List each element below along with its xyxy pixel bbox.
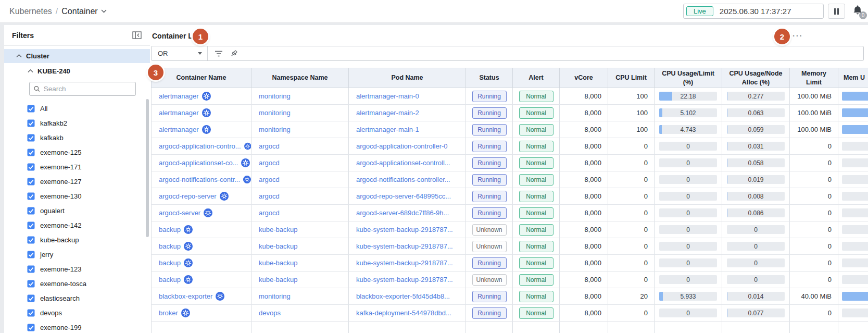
col-pod-name[interactable]: Pod Name xyxy=(349,68,466,88)
cell-container-name[interactable]: argocd-application-contro... xyxy=(159,142,241,150)
cell-namespace[interactable]: monitoring xyxy=(259,92,291,100)
cell-namespace[interactable]: monitoring xyxy=(259,126,291,133)
cell-pod[interactable]: argocd-repo-server-648995cc... xyxy=(356,192,451,200)
cell-container-name[interactable]: backup xyxy=(159,242,181,250)
cell-pod[interactable]: kube-system-backup-2918787... xyxy=(356,242,453,250)
cell-pod[interactable]: alertmanager-main-1 xyxy=(356,126,419,133)
cluster-checkbox-item[interactable]: kube-backup xyxy=(4,232,150,247)
cell-namespace[interactable]: monitoring xyxy=(259,292,291,300)
cell-container-name[interactable]: backup xyxy=(159,259,181,267)
cell-container-name[interactable]: argocd-notifications-contr... xyxy=(159,176,240,183)
table-row[interactable]: broker devops kafka-deployment-544978dbd… xyxy=(152,305,868,322)
cell-namespace[interactable]: kube-backup xyxy=(259,226,297,233)
cell-pod[interactable]: kube-system-backup-2918787... xyxy=(356,276,453,283)
cluster-checkbox-item[interactable]: exemone-127 xyxy=(4,174,150,189)
cluster-checkbox-item[interactable]: devops xyxy=(4,305,150,320)
col-status[interactable]: Status xyxy=(466,68,513,88)
cluster-checkbox-item[interactable]: jerry xyxy=(4,247,150,262)
sidebar-scrollbar[interactable] xyxy=(146,99,149,237)
table-row[interactable]: alertmanager monitoring alertmanager-mai… xyxy=(152,121,868,138)
col-cpu-usage-node-alloc[interactable]: CPU Usage/Node Alloc (%) xyxy=(722,68,790,88)
cell-namespace[interactable]: argocd xyxy=(259,176,280,183)
table-row[interactable]: backup kube-backup kube-system-backup-29… xyxy=(152,221,868,238)
cell-container-name[interactable]: argocd-server xyxy=(159,209,200,217)
table-row[interactable]: backup kube-backup kube-system-backup-29… xyxy=(152,238,868,255)
cell-namespace[interactable]: monitoring xyxy=(259,109,291,117)
cluster-checkbox-item[interactable]: kafkakb2 xyxy=(4,116,150,130)
cell-namespace[interactable]: kube-backup xyxy=(259,242,297,250)
cluster-checkbox-item[interactable]: exemone-tosca xyxy=(4,276,150,291)
more-menu-button[interactable]: ⋯ xyxy=(792,30,803,41)
table-row[interactable]: blackbox-exporter monitoring blackbox-ex… xyxy=(152,288,868,305)
cell-container-name[interactable]: backup xyxy=(159,276,181,283)
cell-container-name[interactable]: backup xyxy=(159,226,181,233)
cell-container-name[interactable]: alertmanager xyxy=(159,109,199,117)
notifications-button[interactable]: 0 xyxy=(852,5,863,18)
cell-container-name[interactable]: alertmanager xyxy=(159,92,199,100)
table-row[interactable]: backup kube-backup kube-system-backup-29… xyxy=(152,272,868,288)
pin-icon[interactable] xyxy=(230,50,238,58)
pause-button[interactable] xyxy=(828,4,845,19)
cell-pod[interactable]: argocd-applicationset-controll... xyxy=(356,159,450,167)
col-mem-usage[interactable]: Mem U xyxy=(838,68,868,88)
cell-namespace[interactable]: kube-backup xyxy=(259,259,297,267)
cell-namespace[interactable]: devops xyxy=(259,309,281,317)
cluster-checkbox-item[interactable]: ogualert xyxy=(4,203,150,218)
cell-namespace[interactable]: kube-backup xyxy=(259,276,297,283)
search-input[interactable] xyxy=(44,85,131,93)
cluster-checkbox-item[interactable]: exemone-125 xyxy=(4,145,150,159)
col-cpu-limit[interactable]: CPU Limit xyxy=(608,68,655,88)
collapse-panel-icon[interactable] xyxy=(132,31,142,39)
breadcrumb-current-dropdown[interactable]: Container xyxy=(61,7,106,16)
table-row[interactable]: backup kube-backup kube-system-backup-29… xyxy=(152,255,868,272)
col-namespace-name[interactable]: Namespace Name xyxy=(251,68,349,88)
table-row[interactable]: alertmanager monitoring alertmanager-mai… xyxy=(152,105,868,121)
cell-container-name[interactable]: broker xyxy=(159,309,178,317)
col-vcore[interactable]: vCore xyxy=(560,68,608,88)
cell-pod[interactable]: argocd-notifications-controller... xyxy=(356,176,450,183)
cell-container-name[interactable]: blackbox-exporter xyxy=(159,292,212,300)
checkbox-label: exemone-125 xyxy=(40,149,82,156)
col-container-name[interactable]: Container Name xyxy=(152,68,251,88)
cluster-checkbox-item[interactable]: exemone-171 xyxy=(4,159,150,174)
cluster-checkbox-item[interactable]: elasticsearch xyxy=(4,291,150,305)
table-row[interactable]: alertmanager monitoring alertmanager-mai… xyxy=(152,88,868,105)
cluster-checkbox-item[interactable]: exemone-199 xyxy=(4,320,150,333)
table-row[interactable]: argocd-notifications-contr... argocd arg… xyxy=(152,171,868,188)
cell-namespace[interactable]: argocd xyxy=(259,192,280,200)
cell-namespace[interactable]: argocd xyxy=(259,142,280,150)
col-alert[interactable]: Alert xyxy=(513,68,560,88)
cell-container-name[interactable]: alertmanager xyxy=(159,126,199,133)
table-row[interactable]: argocd-server argocd argocd-server-689dc… xyxy=(152,205,868,221)
cluster-checkbox-item[interactable]: kafkakb xyxy=(4,130,150,145)
filter-icon[interactable] xyxy=(214,50,223,57)
cell-pod[interactable]: argocd-application-controller-0 xyxy=(356,142,448,150)
tree-node-kube-240[interactable]: KUBE-240 xyxy=(4,64,150,78)
table-row[interactable]: argocd-repo-server argocd argocd-repo-se… xyxy=(152,188,868,205)
cell-container-name[interactable]: argocd-applicationset-co... xyxy=(159,159,238,167)
breadcrumb-root[interactable]: Kubernetes xyxy=(9,7,52,16)
cluster-checkbox-item[interactable]: exemone-142 xyxy=(4,218,150,232)
cell-pod[interactable]: alertmanager-main-0 xyxy=(356,92,419,100)
cell-pod[interactable]: kafka-deployment-544978dbd... xyxy=(356,309,451,317)
cell-pod[interactable]: kube-system-backup-2918787... xyxy=(356,226,453,233)
cluster-checkbox-item[interactable]: exemone-130 xyxy=(4,189,150,203)
cell-namespace[interactable]: argocd xyxy=(259,209,280,217)
operator-select[interactable]: OR xyxy=(152,46,207,60)
table-row[interactable] xyxy=(152,322,868,333)
time-range-control[interactable]: Live 2025.06.30 17:37:27 xyxy=(683,4,824,19)
table-row[interactable]: argocd-applicationset-co... argocd argoc… xyxy=(152,155,868,171)
cell-pod[interactable]: argocd-server-689dc7ff86-9h... xyxy=(356,209,449,217)
col-memory-limit[interactable]: Memory Limit xyxy=(790,68,838,88)
cell-pod[interactable]: blackbox-exporter-5fd45d4b8... xyxy=(356,292,450,300)
cluster-checkbox-item[interactable]: exemone-123 xyxy=(4,262,150,276)
cpu-usage-limit-bar: 0 xyxy=(659,309,717,317)
table-row[interactable]: argocd-application-contro... argocd argo… xyxy=(152,138,868,155)
cell-namespace[interactable]: argocd xyxy=(259,159,280,167)
tree-group-cluster[interactable]: Cluster xyxy=(4,49,150,63)
cell-container-name[interactable]: argocd-repo-server xyxy=(159,192,217,200)
col-cpu-usage-limit[interactable]: CPU Usage/Limit (%) xyxy=(655,68,722,88)
cell-pod[interactable]: alertmanager-main-2 xyxy=(356,109,419,117)
cluster-checkbox-item[interactable]: All xyxy=(4,101,150,116)
cell-pod[interactable]: kube-system-backup-2918787... xyxy=(356,259,453,267)
